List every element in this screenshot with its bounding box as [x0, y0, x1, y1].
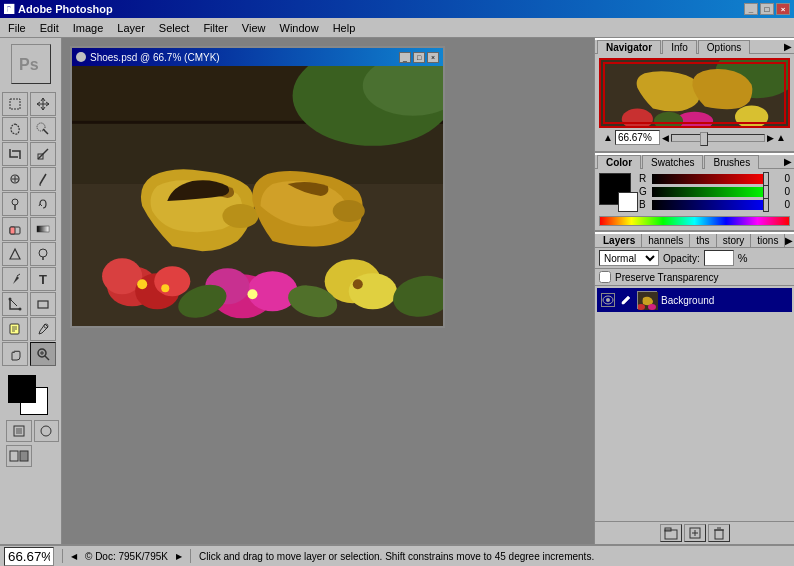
tab-actions[interactable]: tions — [751, 234, 785, 247]
color-foreground-bg-swatch[interactable] — [599, 173, 631, 205]
close-button[interactable]: × — [776, 3, 790, 15]
screen-mode-controls — [6, 420, 59, 442]
new-layer-set-button[interactable] — [660, 524, 682, 542]
full-screen-mode-button[interactable] — [6, 445, 32, 467]
navigator-thumbnail[interactable] — [599, 58, 790, 128]
menu-image[interactable]: Image — [67, 20, 110, 36]
dodge-tool[interactable] — [30, 242, 56, 266]
tab-brushes[interactable]: Brushes — [704, 155, 759, 169]
color-spectrum-bar[interactable] — [599, 216, 790, 226]
layer-visibility-icon[interactable] — [601, 293, 615, 307]
foreground-color-box[interactable] — [8, 375, 36, 403]
status-right-arrow[interactable]: ▶ — [176, 552, 182, 561]
layer-name-text: Background — [661, 295, 788, 306]
zoom-value-input[interactable] — [615, 130, 660, 145]
tab-swatches[interactable]: Swatches — [642, 155, 703, 169]
color-background-swatch[interactable] — [618, 192, 638, 212]
path-select-tool[interactable] — [2, 292, 28, 316]
brush-tool[interactable] — [30, 167, 56, 191]
layers-expand-icon[interactable]: ▶ — [785, 235, 793, 246]
zoom-arrow-left[interactable]: ◀ — [662, 133, 669, 143]
zoom-tool[interactable] — [30, 342, 56, 366]
blue-slider-track[interactable] — [652, 200, 769, 210]
delete-layer-button[interactable] — [708, 524, 730, 542]
crop-tool[interactable] — [2, 142, 28, 166]
svg-rect-77 — [715, 530, 723, 539]
red-slider-track[interactable] — [652, 174, 769, 184]
zoom-in-icon[interactable]: ▲ — [776, 132, 786, 143]
clone-stamp-tool[interactable] — [2, 192, 28, 216]
menu-window[interactable]: Window — [274, 20, 325, 36]
tab-paths[interactable]: ths — [690, 234, 716, 247]
app-window-controls[interactable]: _ □ × — [744, 3, 790, 15]
layer-thumbnail — [637, 291, 657, 309]
doc-close-button[interactable]: × — [427, 52, 439, 63]
maximize-button[interactable]: □ — [760, 3, 774, 15]
document-canvas[interactable] — [72, 66, 443, 326]
navigator-expand-icon[interactable]: ▶ — [784, 41, 792, 52]
tab-options[interactable]: Options — [698, 40, 750, 54]
blend-mode-select[interactable]: Normal — [599, 250, 659, 266]
eraser-tool[interactable] — [2, 217, 28, 241]
tab-color[interactable]: Color — [597, 155, 641, 169]
magic-wand-tool[interactable] — [30, 117, 56, 141]
quickmask-button[interactable] — [34, 420, 60, 442]
hand-tool[interactable] — [2, 342, 28, 366]
green-slider-thumb[interactable] — [763, 185, 769, 199]
red-slider-row: R 0 — [639, 173, 790, 184]
doc-window-controls[interactable]: _ □ × — [399, 52, 439, 63]
gradient-tool[interactable] — [30, 217, 56, 241]
preserve-transparency-checkbox[interactable] — [599, 271, 611, 283]
layer-brush-icon — [619, 293, 633, 307]
document-title: Shoes.psd @ 66.7% (CMYK) — [90, 52, 220, 63]
healing-tool[interactable] — [2, 167, 28, 191]
status-left-arrow[interactable]: ◀ — [71, 552, 77, 561]
blur-tool[interactable] — [2, 242, 28, 266]
right-panel: Navigator Info Options ▶ — [594, 38, 794, 544]
menu-edit[interactable]: Edit — [34, 20, 65, 36]
opacity-input[interactable] — [704, 250, 734, 266]
standard-mode-button[interactable] — [6, 420, 32, 442]
marquee-tool[interactable] — [2, 92, 28, 116]
zoom-out-icon[interactable]: ▲ — [603, 132, 613, 143]
new-layer-button[interactable] — [684, 524, 706, 542]
menu-view[interactable]: View — [236, 20, 272, 36]
zoom-arrow-right[interactable]: ▶ — [767, 133, 774, 143]
document-title-bar: Shoes.psd @ 66.7% (CMYK) _ □ × — [72, 48, 443, 66]
minimize-button[interactable]: _ — [744, 3, 758, 15]
zoom-slider-thumb[interactable] — [700, 132, 708, 146]
menu-file[interactable]: File — [2, 20, 32, 36]
svg-point-57 — [137, 279, 147, 289]
notes-tool[interactable] — [2, 317, 28, 341]
color-panel-expand-icon[interactable]: ▶ — [784, 156, 792, 167]
tab-channels[interactable]: hannels — [642, 234, 690, 247]
doc-minimize-button[interactable]: _ — [399, 52, 411, 63]
status-zoom-input[interactable] — [4, 547, 54, 566]
tab-info[interactable]: Info — [662, 40, 697, 54]
doc-maximize-button[interactable]: □ — [413, 52, 425, 63]
slice-tool[interactable] — [30, 142, 56, 166]
tab-layers[interactable]: Layers — [597, 234, 642, 247]
history-brush-tool[interactable] — [30, 192, 56, 216]
move-tool[interactable] — [30, 92, 56, 116]
shape-tool[interactable] — [30, 292, 56, 316]
pen-tool[interactable] — [2, 267, 28, 291]
eyedropper-tool[interactable] — [30, 317, 56, 341]
blue-slider-thumb[interactable] — [763, 198, 769, 212]
type-icon: T — [39, 272, 47, 287]
layer-item-background[interactable]: Background — [597, 288, 792, 312]
menu-select[interactable]: Select — [153, 20, 196, 36]
blue-label: B — [639, 199, 649, 210]
blue-slider-row: B 0 — [639, 199, 790, 210]
svg-point-71 — [648, 304, 656, 310]
menu-filter[interactable]: Filter — [197, 20, 233, 36]
menu-help[interactable]: Help — [327, 20, 362, 36]
type-tool[interactable]: T — [30, 267, 56, 291]
red-slider-thumb[interactable] — [763, 172, 769, 186]
lasso-tool[interactable] — [2, 117, 28, 141]
tab-navigator[interactable]: Navigator — [597, 40, 661, 54]
zoom-slider-track[interactable] — [671, 134, 765, 142]
tab-history[interactable]: story — [717, 234, 752, 247]
menu-layer[interactable]: Layer — [111, 20, 151, 36]
green-slider-track[interactable] — [652, 187, 769, 197]
